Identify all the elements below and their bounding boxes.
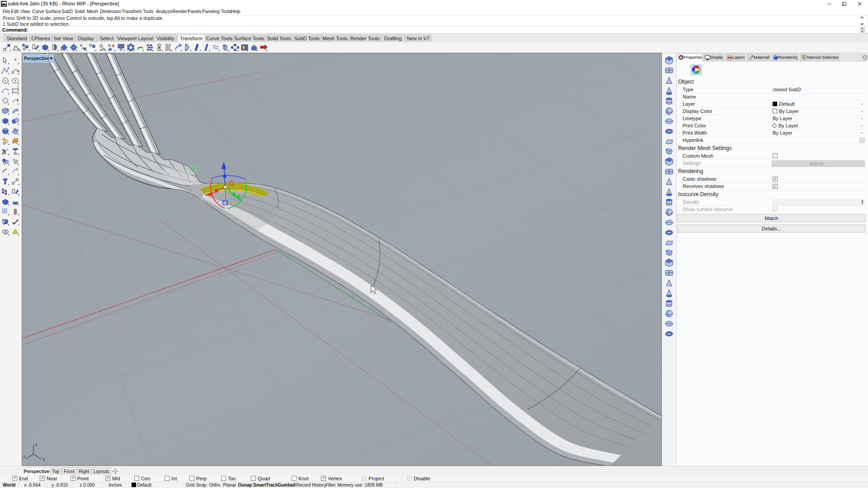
svg-text:y: y bbox=[42, 456, 45, 462]
svg-text:z: z bbox=[35, 441, 38, 447]
svg-text:x: x bbox=[23, 454, 26, 459]
svg-text:Perspective: Perspective bbox=[24, 56, 50, 61]
